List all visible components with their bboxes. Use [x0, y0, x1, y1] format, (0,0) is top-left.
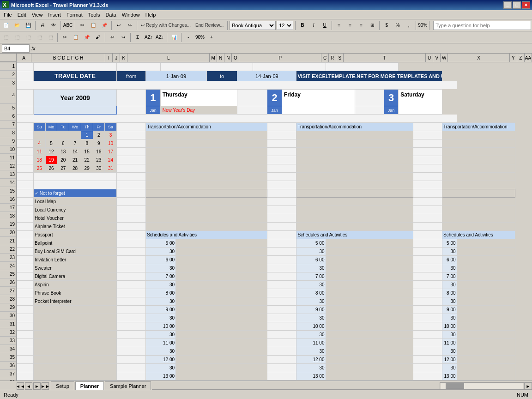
row-9[interactable]: 9	[0, 137, 16, 145]
tb2-btn5[interactable]: ⬚	[45, 32, 55, 42]
tb2-btn3[interactable]: ⬚	[23, 32, 33, 42]
col-l[interactable]: L	[127, 54, 210, 62]
col-u[interactable]: U	[426, 54, 433, 62]
tb2-chart[interactable]: 📊	[169, 32, 179, 42]
row-34[interactable]: 34	[0, 345, 16, 353]
row-27[interactable]: 27	[0, 287, 16, 295]
col-m[interactable]: M	[210, 54, 217, 62]
tb2-redo[interactable]: ↪	[118, 32, 128, 42]
open-button[interactable]: 📂	[12, 20, 22, 30]
align-left-button[interactable]: ≡	[334, 20, 344, 30]
print-button[interactable]: 🖨	[37, 20, 48, 30]
new-button[interactable]: 📄	[1, 20, 11, 30]
tab-nav-prev[interactable]: ◄	[25, 382, 32, 390]
tb2-sort-az[interactable]: AZ↑	[144, 32, 154, 42]
col-r[interactable]: R	[329, 54, 336, 62]
row-11[interactable]: 11	[0, 154, 16, 162]
row-19[interactable]: 19	[0, 220, 16, 229]
row-18[interactable]: 18	[0, 212, 16, 220]
row-7[interactable]: 7	[0, 121, 16, 129]
row-16[interactable]: 16	[0, 195, 16, 204]
col-k[interactable]: K	[120, 54, 127, 62]
comma-button[interactable]: ,	[404, 20, 414, 30]
row-26[interactable]: 26	[0, 278, 16, 287]
tab-planner[interactable]: Planner	[75, 381, 104, 390]
col-p[interactable]: P	[239, 54, 321, 62]
col-i[interactable]: I	[105, 54, 113, 62]
maximize-button[interactable]: □	[513, 1, 521, 9]
col-cr[interactable]: C	[321, 54, 329, 62]
menu-insert[interactable]: Insert	[45, 11, 64, 18]
help-input[interactable]	[433, 21, 531, 30]
menu-format[interactable]: Format	[64, 11, 85, 18]
row-31[interactable]: 31	[0, 320, 16, 328]
cut-button[interactable]: ✂	[77, 20, 87, 30]
menu-tools[interactable]: Tools	[85, 11, 103, 18]
col-a[interactable]: A	[17, 54, 31, 62]
font-size-selector[interactable]: 12	[277, 21, 293, 30]
tb2-btn2[interactable]: ⬚	[12, 32, 22, 42]
col-y[interactable]: Y	[510, 54, 517, 62]
row-30[interactable]: 30	[0, 312, 16, 320]
row-13[interactable]: 13	[0, 170, 16, 179]
name-box[interactable]	[2, 44, 30, 53]
row-14[interactable]: 14	[0, 179, 16, 187]
menu-help[interactable]: Help	[143, 11, 159, 18]
col-j[interactable]: J	[113, 54, 120, 62]
currency-button[interactable]: $	[381, 20, 392, 30]
select-all-corner[interactable]	[0, 54, 17, 62]
menu-view[interactable]: View	[29, 11, 46, 18]
tb2-btn4[interactable]: ⬚	[34, 32, 44, 42]
col-n2[interactable]: N	[224, 54, 232, 62]
row-24[interactable]: 24	[0, 262, 16, 270]
bold-button[interactable]: B	[297, 20, 308, 30]
tab-nav-right[interactable]: ►►	[42, 382, 49, 390]
italic-button[interactable]: I	[308, 20, 319, 30]
col-o[interactable]: O	[232, 54, 239, 62]
row-8[interactable]: 8	[0, 129, 16, 137]
tab-setup[interactable]: Setup	[51, 381, 74, 390]
underline-button[interactable]: U	[320, 20, 330, 30]
horizontal-scrollbar[interactable]: ►	[440, 382, 532, 390]
row-6[interactable]: 6	[0, 112, 16, 121]
row-36[interactable]: 36	[0, 362, 16, 370]
tb2-undo[interactable]: ↩	[107, 32, 117, 42]
row-37[interactable]: 37	[0, 370, 16, 378]
row-3[interactable]: 3	[0, 79, 16, 87]
undo-button[interactable]: ↩	[114, 20, 124, 30]
paste-button[interactable]: 📌	[99, 20, 109, 30]
menu-edit[interactable]: Edit	[15, 11, 29, 18]
save-button[interactable]: 💾	[23, 20, 33, 30]
scroll-right-btn[interactable]: ►	[524, 382, 532, 390]
row-28[interactable]: 28	[0, 295, 16, 303]
row-38[interactable]: 38	[0, 378, 16, 381]
tb2-copy[interactable]: 📋	[71, 32, 81, 42]
col-x[interactable]: X	[448, 54, 509, 62]
tb2-zoom-out[interactable]: -	[183, 32, 193, 42]
row-10[interactable]: 10	[0, 145, 16, 154]
col-v[interactable]: V	[433, 54, 441, 62]
menu-window[interactable]: Window	[119, 11, 143, 18]
tb2-paste[interactable]: 📌	[82, 32, 92, 42]
scrollbar-thumb[interactable]	[446, 383, 464, 389]
font-selector[interactable]: Book Antiqua	[230, 21, 276, 30]
formula-input[interactable]	[37, 46, 530, 51]
row-33[interactable]: 33	[0, 337, 16, 345]
col-w[interactable]: W	[441, 54, 448, 62]
row-29[interactable]: 29	[0, 303, 16, 312]
percent-button[interactable]: %	[393, 20, 403, 30]
row-22[interactable]: 22	[0, 245, 16, 254]
tab-nav-next[interactable]: ►	[33, 382, 41, 390]
spell-button[interactable]: ABC	[63, 20, 73, 30]
tb2-zoom-in[interactable]: +	[206, 32, 217, 42]
tb2-cut[interactable]: ✂	[60, 32, 70, 42]
row-2[interactable]: 2	[0, 71, 16, 79]
redo-button[interactable]: ↪	[125, 20, 135, 30]
row-23[interactable]: 23	[0, 254, 16, 262]
row-1[interactable]: 1	[0, 62, 16, 71]
row-15[interactable]: 15	[0, 187, 16, 195]
row-20[interactable]: 20	[0, 229, 16, 237]
row-35[interactable]: 35	[0, 353, 16, 362]
col-aa[interactable]: AA	[525, 54, 532, 62]
col-s[interactable]: S	[336, 54, 344, 62]
